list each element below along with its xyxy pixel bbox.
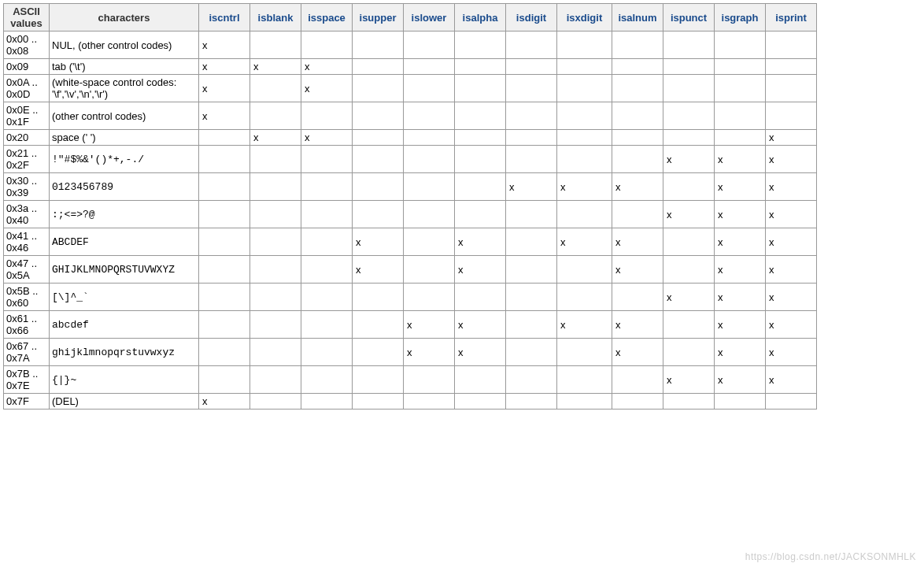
- table-row: 0x7B .. 0x7E{|}~xxx: [4, 366, 817, 394]
- cell-mark: [663, 228, 715, 256]
- cell-mark: x: [250, 59, 301, 75]
- cell-mark: [353, 102, 404, 130]
- cell-mark: [250, 102, 301, 130]
- col-characters: characters: [50, 4, 199, 32]
- cell-mark: [404, 228, 455, 256]
- cell-mark: x: [557, 228, 612, 256]
- cell-mark: [557, 32, 612, 59]
- cell-mark: x: [301, 130, 353, 146]
- cell-mark: [199, 201, 250, 228]
- cell-mark: [557, 366, 612, 394]
- col-isgraph: isgraph: [715, 4, 766, 32]
- cell-ascii-range: 0x21 .. 0x2F: [4, 146, 50, 173]
- cell-ascii-range: 0x47 .. 0x5A: [4, 256, 50, 284]
- cell-mark: [663, 59, 715, 75]
- cell-mark: [199, 228, 250, 256]
- cell-characters: ABCDEF: [50, 228, 199, 256]
- cell-mark: [353, 201, 404, 228]
- cell-mark: [353, 394, 404, 410]
- cell-mark: x: [766, 256, 817, 284]
- cell-mark: x: [715, 201, 766, 228]
- table-body: 0x00 .. 0x08NUL, (other control codes)x0…: [4, 32, 817, 410]
- col-isblank: isblank: [250, 4, 301, 32]
- col-isprint: isprint: [766, 4, 817, 32]
- cell-mark: [715, 394, 766, 410]
- cell-ascii-range: 0x7B .. 0x7E: [4, 366, 50, 394]
- cell-mark: [506, 102, 557, 130]
- cell-characters: {|}~: [50, 366, 199, 394]
- cell-mark: [404, 59, 455, 75]
- cell-mark: x: [612, 311, 663, 339]
- cell-mark: [612, 32, 663, 59]
- cell-mark: [199, 256, 250, 284]
- cell-characters: NUL, (other control codes): [50, 32, 199, 59]
- cell-mark: [715, 75, 766, 102]
- cell-mark: [353, 339, 404, 366]
- cell-mark: [301, 32, 353, 59]
- cell-mark: [199, 130, 250, 146]
- cell-ascii-range: 0x41 .. 0x46: [4, 228, 50, 256]
- table-row: 0x21 .. 0x2F!"#$%&'()*+,-./xxx: [4, 146, 817, 173]
- cell-mark: x: [612, 256, 663, 284]
- cell-mark: [250, 173, 301, 201]
- col-isdigit: isdigit: [506, 4, 557, 32]
- cell-mark: [506, 32, 557, 59]
- cell-characters: 0123456789: [50, 173, 199, 201]
- cell-mark: [715, 130, 766, 146]
- cell-mark: x: [612, 173, 663, 201]
- cell-characters: :;<=>?@: [50, 201, 199, 228]
- cell-mark: [715, 32, 766, 59]
- cell-mark: [404, 284, 455, 311]
- cell-mark: [506, 59, 557, 75]
- cell-mark: x: [455, 339, 506, 366]
- col-islower: islower: [404, 4, 455, 32]
- cell-mark: [301, 366, 353, 394]
- cell-mark: [353, 59, 404, 75]
- table-row: 0x0E .. 0x1F(other control codes)x: [4, 102, 817, 130]
- cell-mark: [612, 366, 663, 394]
- cell-mark: [301, 284, 353, 311]
- cell-characters: (other control codes): [50, 102, 199, 130]
- cell-mark: [557, 256, 612, 284]
- cell-mark: x: [353, 256, 404, 284]
- cell-mark: [663, 394, 715, 410]
- cell-mark: [301, 201, 353, 228]
- cell-mark: x: [663, 146, 715, 173]
- cell-mark: x: [612, 339, 663, 366]
- cell-mark: x: [301, 59, 353, 75]
- cell-mark: [250, 228, 301, 256]
- cell-ascii-range: 0x5B .. 0x60: [4, 284, 50, 311]
- cell-mark: [455, 201, 506, 228]
- cell-mark: x: [199, 59, 250, 75]
- cell-mark: [663, 256, 715, 284]
- table-row: 0x41 .. 0x46ABCDEFxxxxxx: [4, 228, 817, 256]
- cell-mark: x: [301, 75, 353, 102]
- cell-mark: x: [455, 256, 506, 284]
- cell-mark: [715, 102, 766, 130]
- cell-mark: [663, 102, 715, 130]
- cell-mark: [250, 284, 301, 311]
- cell-mark: [506, 75, 557, 102]
- cell-mark: [506, 339, 557, 366]
- table-row: 0x47 .. 0x5AGHIJKLMNOPQRSTUVWXYZxxxxx: [4, 256, 817, 284]
- col-ispunct: ispunct: [663, 4, 715, 32]
- cell-mark: [301, 311, 353, 339]
- cell-mark: x: [715, 228, 766, 256]
- cell-characters: GHIJKLMNOPQRSTUVWXYZ: [50, 256, 199, 284]
- cell-mark: [663, 130, 715, 146]
- cell-ascii-range: 0x0A .. 0x0D: [4, 75, 50, 102]
- cell-mark: [301, 339, 353, 366]
- cell-mark: [612, 394, 663, 410]
- cell-mark: [199, 146, 250, 173]
- cell-mark: x: [404, 339, 455, 366]
- cell-ascii-range: 0x20: [4, 130, 50, 146]
- cell-characters: ghijklmnopqrstuvwxyz: [50, 339, 199, 366]
- cell-mark: [353, 173, 404, 201]
- cell-mark: [506, 201, 557, 228]
- cell-mark: [455, 59, 506, 75]
- table-row: 0x7F(DEL)x: [4, 394, 817, 410]
- cell-mark: [557, 75, 612, 102]
- cell-mark: x: [766, 311, 817, 339]
- cell-mark: [766, 32, 817, 59]
- cell-mark: [612, 146, 663, 173]
